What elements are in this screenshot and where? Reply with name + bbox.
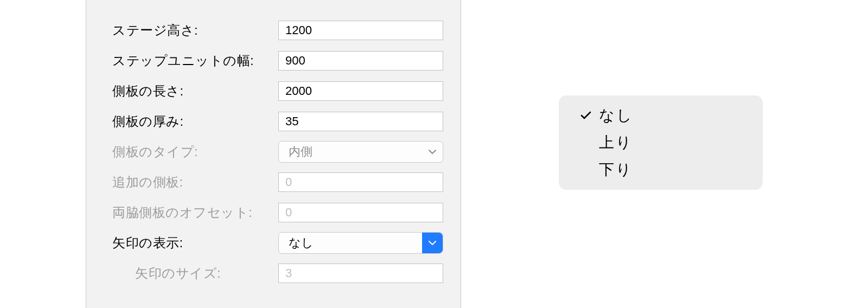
row-stage-height: ステージ高さ: (86, 15, 461, 46)
label-step-unit-width: ステップユニットの幅: (112, 52, 278, 69)
menu-item-none[interactable]: なし (559, 102, 763, 129)
row-step-unit-width: ステップユニットの幅: (86, 46, 461, 76)
chevron-down-icon (422, 142, 443, 162)
input-stage-height[interactable] (278, 21, 443, 40)
row-extra-side: 追加の側板: (86, 167, 461, 197)
row-side-type: 側板のタイプ: 内側 (86, 137, 461, 167)
arrow-display-menu: なし 上り 下り (559, 95, 763, 190)
row-side-length: 側板の長さ: (86, 76, 461, 106)
select-side-type-value: 内側 (289, 144, 312, 160)
input-step-unit-width[interactable] (278, 51, 443, 70)
select-side-type[interactable]: 内側 (278, 141, 443, 163)
label-side-type: 側板のタイプ: (112, 143, 278, 161)
menu-item-label: なし (599, 105, 634, 126)
input-arrow-size (278, 264, 443, 283)
select-arrow-display[interactable]: なし (278, 232, 443, 254)
label-side-thickness: 側板の厚み: (112, 113, 278, 130)
menu-item-up[interactable]: 上り (559, 129, 763, 156)
input-side-thickness[interactable] (278, 112, 443, 131)
row-arrow-display: 矢印の表示: なし (86, 228, 461, 258)
check-icon (573, 111, 599, 120)
label-side-length: 側板の長さ: (112, 82, 278, 100)
menu-item-down[interactable]: 下り (559, 156, 763, 183)
settings-panel: ステージ高さ: ステップユニットの幅: 側板の長さ: 側板の厚み: 側板のタイプ… (86, 0, 461, 308)
row-arrow-size: 矢印のサイズ: (86, 258, 461, 288)
chevron-down-icon (422, 233, 443, 253)
input-side-length[interactable] (278, 81, 443, 101)
input-side-offset (278, 203, 443, 222)
row-side-thickness: 側板の厚み: (86, 106, 461, 137)
input-extra-side (278, 172, 443, 192)
menu-item-label: 下り (599, 159, 633, 180)
label-stage-height: ステージ高さ: (112, 22, 278, 39)
row-side-offset: 両脇側板のオフセット: (86, 197, 461, 228)
label-arrow-size: 矢印のサイズ: (112, 265, 278, 282)
select-arrow-display-value: なし (289, 235, 314, 251)
label-arrow-display: 矢印の表示: (112, 234, 278, 252)
label-extra-side: 追加の側板: (112, 174, 278, 191)
menu-item-label: 上り (599, 132, 633, 153)
label-side-offset: 両脇側板のオフセット: (112, 204, 278, 221)
